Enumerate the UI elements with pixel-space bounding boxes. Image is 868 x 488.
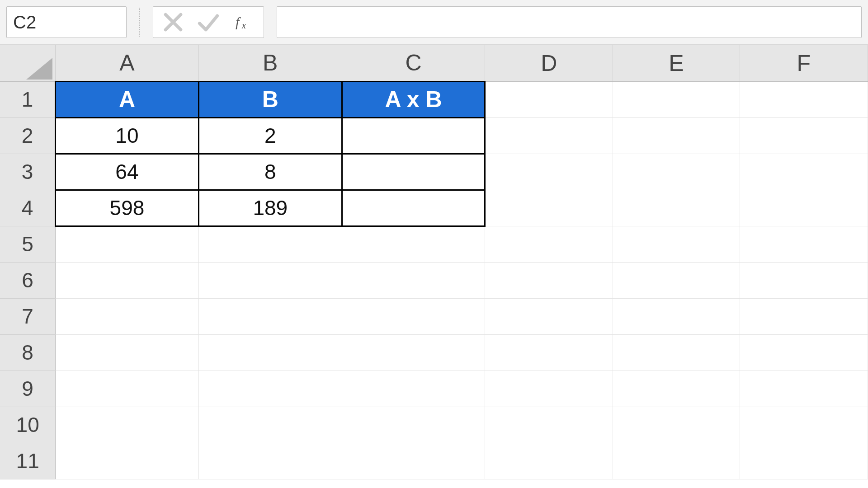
cell-B1[interactable]: B [198,81,342,117]
cell-A1[interactable]: A [56,81,198,117]
formula-input[interactable] [277,6,862,38]
svg-text:f: f [236,14,241,29]
cell-E9[interactable] [613,371,740,407]
cell-D2[interactable] [485,117,613,154]
cell-B5[interactable] [198,226,342,262]
cell-E1[interactable] [613,81,740,117]
cell-D8[interactable] [485,334,613,371]
cell-F4[interactable] [740,190,868,226]
cell-B11[interactable] [198,443,342,479]
row-header-7[interactable]: 7 [0,298,56,334]
cell-C4[interactable] [342,190,485,226]
col-header-F[interactable]: F [740,45,868,81]
cell-C3[interactable] [342,154,485,190]
cell-A6[interactable] [56,262,198,298]
cancel-button[interactable] [158,9,189,35]
cell-E4[interactable] [613,190,740,226]
row-header-2[interactable]: 2 [0,117,56,154]
cell-A4[interactable]: 598 [56,190,198,226]
cell-B8[interactable] [198,334,342,371]
row-header-3[interactable]: 3 [0,154,56,190]
col-header-C[interactable]: C [342,45,485,81]
cell-F2[interactable] [740,117,868,154]
cell-E2[interactable] [613,117,740,154]
formula-edit-group: f x [153,6,264,38]
col-header-E[interactable]: E [613,45,740,81]
cell-A11[interactable] [56,443,198,479]
grid[interactable]: A B C D E F 1 A B A x B 2 10 2 [0,45,868,479]
row-header-4[interactable]: 4 [0,190,56,226]
cell-F5[interactable] [740,226,868,262]
row-header-1[interactable]: 1 [0,81,56,117]
cell-B6[interactable] [198,262,342,298]
cell-E11[interactable] [613,443,740,479]
row-header-6[interactable]: 6 [0,262,56,298]
cell-F11[interactable] [740,443,868,479]
formula-bar: f x [0,0,868,45]
cell-D10[interactable] [485,407,613,443]
cell-B4[interactable]: 189 [198,190,342,226]
svg-text:x: x [241,20,246,30]
cell-F7[interactable] [740,298,868,334]
cell-D5[interactable] [485,226,613,262]
row-header-9[interactable]: 9 [0,371,56,407]
cell-F6[interactable] [740,262,868,298]
cell-C6[interactable] [342,262,485,298]
cell-C8[interactable] [342,334,485,371]
cell-D1[interactable] [485,81,613,117]
cell-B3[interactable]: 8 [198,154,342,190]
cell-F1[interactable] [740,81,868,117]
cell-E10[interactable] [613,407,740,443]
fx-icon[interactable]: f x [228,9,259,35]
cell-B9[interactable] [198,371,342,407]
row-header-10[interactable]: 10 [0,407,56,443]
enter-button[interactable] [193,9,224,35]
column-header-row: A B C D E F [0,45,868,81]
cell-A9[interactable] [56,371,198,407]
cell-A3[interactable]: 64 [56,154,198,190]
cell-D7[interactable] [485,298,613,334]
cell-C11[interactable] [342,443,485,479]
cell-A2[interactable]: 10 [56,117,198,154]
row-6: 6 [0,262,868,298]
cell-D9[interactable] [485,371,613,407]
cell-F8[interactable] [740,334,868,371]
row-header-11[interactable]: 11 [0,443,56,479]
row-header-8[interactable]: 8 [0,334,56,371]
name-box[interactable] [6,6,127,38]
cell-F10[interactable] [740,407,868,443]
col-header-D[interactable]: D [485,45,613,81]
cell-A10[interactable] [56,407,198,443]
cell-D6[interactable] [485,262,613,298]
row-1: 1 A B A x B [0,81,868,117]
cell-D3[interactable] [485,154,613,190]
cell-A8[interactable] [56,334,198,371]
cell-C1[interactable]: A x B [342,81,485,117]
cell-D4[interactable] [485,190,613,226]
check-icon [196,9,221,35]
cell-E6[interactable] [613,262,740,298]
cell-C2[interactable] [342,117,485,154]
cell-C5[interactable] [342,226,485,262]
col-header-B[interactable]: B [198,45,342,81]
cell-C9[interactable] [342,371,485,407]
cell-E7[interactable] [613,298,740,334]
cell-F9[interactable] [740,371,868,407]
cell-E3[interactable] [613,154,740,190]
select-all-corner[interactable] [0,45,56,81]
row-11: 11 [0,443,868,479]
cell-E8[interactable] [613,334,740,371]
col-header-A[interactable]: A [56,45,198,81]
spreadsheet[interactable]: A B C D E F 1 A B A x B 2 10 2 [0,45,868,488]
cell-A7[interactable] [56,298,198,334]
row-header-5[interactable]: 5 [0,226,56,262]
cell-B7[interactable] [198,298,342,334]
cell-E5[interactable] [613,226,740,262]
cell-D11[interactable] [485,443,613,479]
cell-C10[interactable] [342,407,485,443]
cell-C7[interactable] [342,298,485,334]
cell-B2[interactable]: 2 [198,117,342,154]
cell-F3[interactable] [740,154,868,190]
cell-A5[interactable] [56,226,198,262]
cell-B10[interactable] [198,407,342,443]
